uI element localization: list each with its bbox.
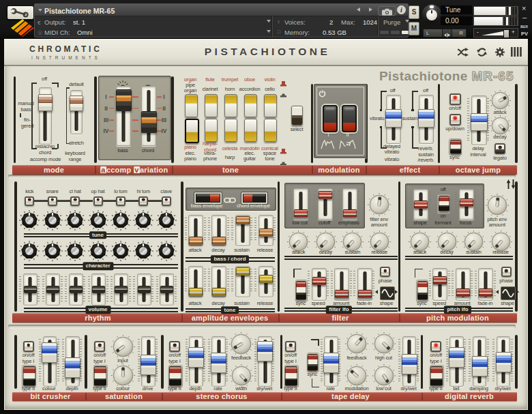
rhythm-led-button[interactable] xyxy=(25,196,34,206)
midi-value[interactable]: Omni xyxy=(77,29,93,36)
mute-button[interactable]: M xyxy=(409,22,419,35)
output-dropdown-icon[interactable] xyxy=(267,20,271,23)
tone-button-top[interactable] xyxy=(244,94,257,117)
rhythm-led-button[interactable] xyxy=(138,196,148,206)
shuffle-icon[interactable] xyxy=(457,47,471,57)
keyboard-range-slider-handle[interactable] xyxy=(70,95,83,111)
rhythm-volume-slider-handle[interactable] xyxy=(70,286,83,293)
view-bars-icon[interactable] xyxy=(511,47,522,57)
rhythm-volume-slider-handle[interactable] xyxy=(115,286,128,293)
octave-sync-switch-handle[interactable] xyxy=(450,140,461,154)
close-button[interactable]: × xyxy=(522,4,526,12)
bit-crusher-onoff-button[interactable] xyxy=(23,341,34,352)
tape-delay-onoff-button[interactable] xyxy=(285,341,296,352)
rhythm-led-button[interactable] xyxy=(48,196,57,206)
bass-chord-decay-slider-handle[interactable] xyxy=(212,237,226,245)
rhythm-character-knob[interactable] xyxy=(133,241,153,261)
tone-button-bottom[interactable] xyxy=(224,119,237,142)
digital-reverb-onoff-button[interactable] xyxy=(430,341,441,352)
pitch-lfo-speed-slider[interactable] xyxy=(432,268,447,301)
sustain-slider-handle[interactable] xyxy=(418,109,434,128)
filter-env-amount-knob[interactable] xyxy=(366,192,392,218)
rhythm-bar-label[interactable]: rhythm xyxy=(85,314,110,322)
modulation-bar-label[interactable]: modulation xyxy=(318,166,359,174)
bass-chord-sustain-slider-handle[interactable] xyxy=(236,216,250,224)
pitch-lfo-fadein-slider-handle[interactable] xyxy=(479,289,492,297)
gear-icon[interactable] xyxy=(494,47,505,57)
tape-drywet-slider-handle[interactable] xyxy=(402,354,417,374)
rhythm-character-knob[interactable] xyxy=(110,241,131,261)
prev-arrow-icon[interactable] xyxy=(357,8,360,12)
formant-switch-handle[interactable] xyxy=(439,196,449,211)
modulation-switch-1[interactable] xyxy=(323,105,338,132)
pan-slider[interactable]: L R xyxy=(423,29,467,38)
reverb-tail-slider-handle[interactable] xyxy=(449,347,464,368)
tone-button-bottom[interactable] xyxy=(264,119,277,142)
rhythm-character-knob[interactable] xyxy=(19,241,40,261)
pitch-env-amount-knob[interactable] xyxy=(484,192,510,218)
filter-bar-label[interactable]: filter xyxy=(331,314,349,322)
chorus-feedback-knob[interactable] xyxy=(228,331,254,357)
tape-delay-type-switch-handle[interactable] xyxy=(285,366,297,386)
mode-bar-label[interactable]: mode xyxy=(44,166,64,174)
shape-prev-arrow[interactable] xyxy=(496,290,499,294)
rhythm-led-button[interactable] xyxy=(162,196,171,206)
chorus-rate-slider-handle[interactable] xyxy=(211,353,226,373)
stereo-chorus-bar-label[interactable]: stereo chorus xyxy=(196,392,247,400)
amplitude-envelopes-bar-label[interactable]: amplitude envelopes xyxy=(192,314,269,322)
bass-variation-slider-handle[interactable] xyxy=(116,89,132,111)
rhythm-volume-slider-handle[interactable] xyxy=(160,286,173,293)
next-arrow-icon[interactable] xyxy=(369,8,372,12)
tape-delay-bar-label[interactable]: tape delay xyxy=(331,392,370,400)
tape-sync-switch-handle[interactable] xyxy=(308,354,318,371)
saturation-onoff-button[interactable] xyxy=(94,341,105,352)
tape-highcut-knob[interactable] xyxy=(371,331,397,357)
rhythm-tune-knob[interactable] xyxy=(19,210,40,231)
filter-lfo-phase-button[interactable] xyxy=(380,267,390,277)
filter-low cut-slider-handle[interactable] xyxy=(294,209,308,218)
bass-chord-attack-slider-handle[interactable] xyxy=(189,237,203,245)
digital-reverb-bar-label[interactable]: digital reverb xyxy=(445,392,494,400)
output-value[interactable]: st. 1 xyxy=(73,18,85,26)
rhythm-tune-knob[interactable] xyxy=(65,210,85,231)
rhythm-tune-knob[interactable] xyxy=(42,210,63,231)
rhythm-led-button[interactable] xyxy=(70,196,80,206)
volume-fader[interactable]: - + xyxy=(473,28,518,38)
delay-interval-slider-handle[interactable] xyxy=(471,113,488,131)
saturation-drive-slider-handle[interactable] xyxy=(141,355,156,375)
tone-button-bottom[interactable] xyxy=(244,119,257,142)
tone-button-top[interactable] xyxy=(224,94,237,117)
tune-value-box[interactable]: 0.00 xyxy=(441,16,472,25)
rhythm-character-knob[interactable] xyxy=(88,241,108,261)
rhythm-volume-slider-handle[interactable] xyxy=(92,286,105,293)
accomp-mode-slider-handle[interactable] xyxy=(38,94,53,111)
tone-button-top[interactable] xyxy=(205,94,218,117)
octave-onoff-button[interactable] xyxy=(449,93,461,105)
rhythm-character-knob[interactable] xyxy=(42,241,63,261)
stereo-chorus-type-switch-handle[interactable] xyxy=(169,366,181,386)
solo-button[interactable]: S xyxy=(409,5,419,19)
pitch-lfo-sync-switch-handle[interactable] xyxy=(417,281,428,300)
purge-label[interactable]: Purge xyxy=(383,18,400,26)
tape-rate-slider-handle[interactable] xyxy=(323,353,339,373)
rhythm-character-knob[interactable] xyxy=(65,241,85,261)
octave-updown-button[interactable] xyxy=(449,114,461,125)
tone-button-bottom[interactable] xyxy=(185,119,199,143)
rhythm-tune-knob[interactable] xyxy=(88,210,108,231)
pitch-shape-slider-handle[interactable] xyxy=(414,201,428,209)
refresh-icon[interactable] xyxy=(476,47,488,57)
midi-dropdown-icon[interactable] xyxy=(267,30,271,33)
rhythm-tune-knob[interactable] xyxy=(156,210,177,231)
digital-reverb-type-switch-handle[interactable] xyxy=(430,366,443,386)
collapse-caret-icon[interactable] xyxy=(38,9,42,12)
minimize-button[interactable]: – xyxy=(522,13,527,21)
bass-chord-release-slider-handle[interactable] xyxy=(259,228,273,237)
instrument-title-row[interactable]: Pistachiotone MR-65 i xyxy=(35,4,408,16)
pitch-lfo-shape-display[interactable] xyxy=(501,286,516,300)
wrench-button[interactable] xyxy=(7,5,34,20)
volume-fader-handle[interactable] xyxy=(503,29,509,38)
filter-lfo-shape-display[interactable] xyxy=(380,286,395,300)
volume-minus[interactable]: - xyxy=(477,29,479,35)
rhythm-tune-knob[interactable] xyxy=(133,210,153,231)
rhythm-volume-slider-handle[interactable] xyxy=(138,286,151,293)
